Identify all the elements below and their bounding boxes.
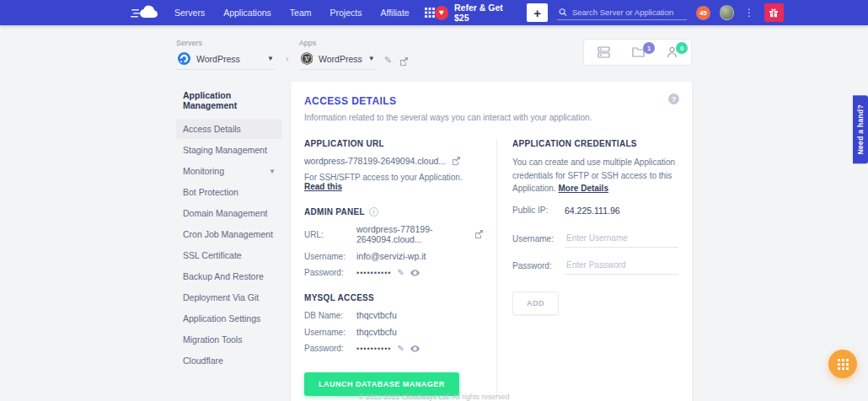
quick-status-card: 1 0: [583, 39, 692, 66]
sidebar-item-label: Access Details: [183, 124, 241, 134]
open-url-external-icon[interactable]: [452, 157, 460, 165]
sidebar-item-label: Monitoring: [183, 166, 224, 176]
open-app-external-icon[interactable]: [399, 57, 408, 66]
edit-password-icon[interactable]: ✎: [398, 268, 405, 277]
open-admin-external-icon[interactable]: [474, 230, 483, 238]
digitalocean-icon: [178, 52, 190, 65]
sidebar-item-cloudflare[interactable]: Cloudflare: [176, 350, 282, 371]
chevron-down-icon: ▼: [368, 55, 375, 62]
sidebar-item-label: Application Settings: [183, 313, 260, 323]
sidebar-item-label: Backup And Restore: [183, 271, 264, 281]
team-status-icon[interactable]: 0: [667, 46, 678, 58]
app-selector-group: Apps WordPress ▼ ✎: [299, 39, 408, 70]
show-password-eye-icon[interactable]: [410, 270, 420, 276]
sidebar-item-label: Deployment Via Git: [183, 292, 259, 302]
breadcrumb-separator-icon: ›: [286, 53, 289, 63]
mysql-username-value: thqcvtbcfu: [356, 327, 397, 337]
cloud-icon: [131, 5, 161, 20]
search-input[interactable]: [572, 8, 685, 17]
sidebar-item-application-settings[interactable]: Application Settings: [176, 308, 282, 329]
ssh-note: For SSH/SFTP access to your Application.…: [304, 173, 483, 191]
admin-panel-heading-text: ADMIN PANEL: [304, 207, 365, 217]
help-icon[interactable]: ?: [668, 94, 679, 104]
password-field[interactable]: [565, 258, 678, 275]
need-a-hand-tab[interactable]: Need a hand?: [853, 95, 868, 163]
admin-username-value: info@servizi-wp.it: [356, 251, 426, 261]
admin-password-label: Password:: [304, 268, 356, 277]
menu-team[interactable]: Team: [290, 8, 312, 18]
more-options-icon[interactable]: ⋮: [743, 7, 755, 19]
sidebar-item-backup-and-restore[interactable]: Backup And Restore: [176, 266, 282, 286]
sidebar-item-bot-protection[interactable]: Bot Protection: [176, 182, 282, 202]
copyright-text: © 2011-2022 Cloudways Ltd. All rights re…: [0, 393, 868, 401]
sidebar-item-label: Staging Management: [183, 145, 267, 155]
heart-icon: ♥: [435, 6, 448, 20]
launch-database-manager-button[interactable]: LAUNCH DATABASE MANAGER: [304, 372, 459, 396]
show-mysql-password-eye-icon[interactable]: [410, 345, 420, 352]
admin-username-label: Username:: [304, 252, 356, 261]
apps-label: Apps: [299, 39, 408, 47]
sidebar-item-staging-management[interactable]: Staging Management: [176, 140, 282, 160]
apps-grid-icon[interactable]: [425, 8, 435, 18]
sidebar-item-deployment-via-git[interactable]: Deployment Via Git: [176, 287, 282, 307]
selected-app: WordPress: [319, 54, 362, 64]
menu-projects[interactable]: Projects: [330, 8, 362, 18]
credentials-description: You can create and use multiple Applicat…: [512, 156, 678, 195]
user-avatar[interactable]: [720, 5, 734, 20]
menu-applications[interactable]: Applications: [223, 8, 271, 18]
username-field[interactable]: [565, 231, 678, 248]
chevron-down-icon: ▼: [267, 55, 274, 62]
menu-servers[interactable]: Servers: [174, 8, 205, 18]
edit-mysql-password-icon[interactable]: ✎: [398, 344, 405, 353]
add-new-button[interactable]: +: [527, 3, 548, 22]
gift-button[interactable]: [764, 3, 784, 22]
sidebar-item-cron-job-management[interactable]: Cron Job Management: [176, 224, 282, 244]
sidebar-item-access-details[interactable]: Access Details: [176, 119, 282, 139]
sidebar-item-migration-tools[interactable]: Migration Tools: [176, 329, 282, 350]
app-dropdown[interactable]: WordPress ▼: [299, 50, 377, 70]
mysql-access-section: MYSQL ACCESS DB Name: thqcvtbcfu Usernam…: [304, 293, 483, 353]
add-credential-button[interactable]: ADD: [512, 291, 559, 315]
menu-affiliate[interactable]: Affiliate: [380, 8, 409, 18]
cred-password-label: Password:: [512, 261, 565, 270]
sidebar-item-label: Domain Management: [183, 208, 267, 218]
cloudways-dashboard: Servers Applications Team Projects Affil…: [0, 0, 868, 401]
sidebar-item-label: Bot Protection: [183, 187, 238, 197]
more-details-link[interactable]: More Details: [558, 184, 608, 193]
admin-url-link[interactable]: wordpress-778199-2649094.cloud...: [356, 224, 469, 244]
sidebar-item-monitoring[interactable]: Monitoring▼: [176, 161, 282, 181]
selected-server: WordPress: [196, 54, 240, 64]
admin-url-label: URL:: [304, 230, 356, 239]
ssh-note-text: For SSH/SFTP access to your Application.: [304, 173, 463, 182]
application-url-link[interactable]: wordpress-778199-2649094.cloud...: [304, 156, 446, 166]
notification-count-badge[interactable]: 45: [696, 6, 710, 20]
quick-actions-fab[interactable]: [828, 350, 857, 378]
cloudways-logo[interactable]: [131, 5, 161, 20]
sidebar-item-label: Migration Tools: [183, 334, 242, 345]
server-status-icon[interactable]: [597, 46, 610, 58]
search-icon: [559, 8, 567, 17]
read-this-link[interactable]: Read this: [304, 182, 342, 191]
wordpress-icon: [301, 52, 313, 65]
server-selector-group: Servers WordPress ▼: [176, 39, 276, 70]
top-navbar: Servers Applications Team Projects Affil…: [0, 0, 868, 25]
grid-icon: [838, 359, 849, 370]
server-dropdown[interactable]: WordPress ▼: [176, 50, 276, 70]
refer-button[interactable]: ♥ Refer & Get $25: [435, 3, 517, 23]
sidebar-item-label: Cron Job Management: [183, 229, 273, 239]
sidebar-item-ssl-certificate[interactable]: SSL Certificate: [176, 245, 282, 265]
edit-app-icon[interactable]: ✎: [384, 55, 392, 66]
info-icon[interactable]: i: [369, 207, 378, 217]
mysql-password-mask: ••••••••••: [356, 345, 392, 353]
db-name-label: DB Name:: [304, 311, 356, 320]
page-title: ACCESS DETAILS: [304, 95, 678, 107]
projects-status-icon[interactable]: 1: [632, 46, 645, 58]
servers-label: Servers: [176, 39, 276, 47]
refer-label: Refer & Get $25: [454, 3, 517, 23]
access-details-card: ACCESS DETAILS ? Information related to …: [291, 82, 692, 401]
public-ip-value: 64.225.111.96: [565, 206, 620, 216]
projects-badge: 1: [643, 42, 655, 54]
sidebar-item-domain-management[interactable]: Domain Management: [176, 203, 282, 223]
admin-password-mask: ••••••••••: [356, 269, 392, 277]
application-url-heading: APPLICATION URL: [304, 139, 483, 148]
